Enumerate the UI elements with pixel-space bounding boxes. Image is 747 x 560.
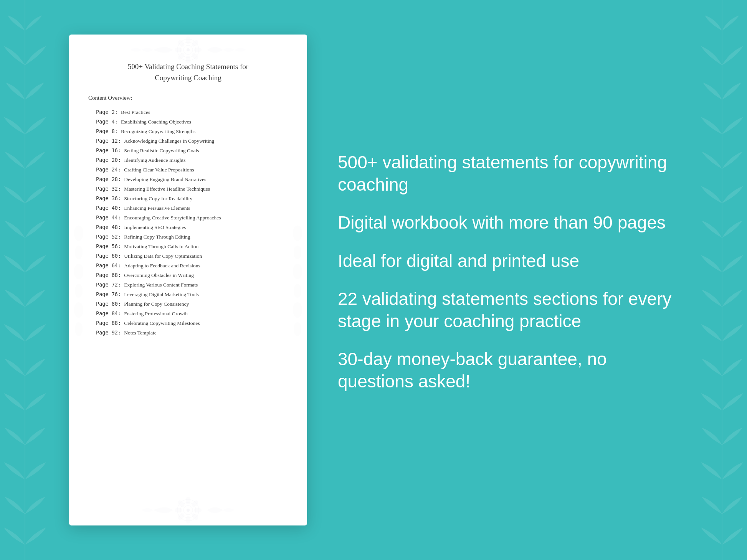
doc-title: 500+ Validating Coaching Statements for …	[88, 61, 288, 83]
svg-point-17	[187, 509, 190, 512]
feature-text-5: 30-day money-back guarantee, no question…	[338, 348, 678, 392]
toc-item: Page 20: Identifying Audience Insights	[88, 155, 288, 165]
toc-item: Page 52: Refining Copy Through Editing	[88, 232, 288, 242]
toc-item: Page 36: Structuring Copy for Readabilit…	[88, 194, 288, 203]
toc-item: Page 4: Establishing Coaching Objectives	[88, 117, 288, 127]
svg-point-13	[191, 52, 200, 61]
svg-point-31	[75, 322, 83, 336]
svg-point-35	[294, 284, 301, 298]
toc-item: Page 40: Enhancing Persuasive Elements	[88, 203, 288, 213]
svg-point-8	[175, 48, 182, 52]
svg-point-27	[75, 245, 83, 259]
feature-block-1: 500+ validating statements for copywriti…	[338, 152, 678, 196]
svg-point-12	[177, 52, 186, 61]
toc-item: Page 92: Notes Template	[88, 328, 288, 338]
feature-block-2: Digital workbook with more than 90 pages	[338, 212, 678, 234]
svg-point-24	[177, 512, 186, 521]
features-panel: 500+ validating statements for copywriti…	[330, 152, 678, 408]
svg-point-20	[175, 508, 182, 512]
svg-point-3	[180, 42, 196, 58]
toc-item: Page 76: Leveraging Digital Marketing To…	[88, 290, 288, 299]
toc-item: Page 72: Exploring Various Content Forma…	[88, 280, 288, 290]
toc-item: Page 8: Recognizing Copywriting Strength…	[88, 127, 288, 136]
feature-text-3: Ideal for digital and printed use	[338, 250, 678, 272]
document-preview-card: 500+ Validating Coaching Statements for …	[69, 35, 307, 525]
toc-item: Page 24: Crafting Clear Value Propositio…	[88, 165, 288, 175]
doc-decor-top	[69, 35, 307, 65]
feature-text-2: Digital workbook with more than 90 pages	[338, 212, 678, 234]
feature-block-3: Ideal for digital and printed use	[338, 250, 678, 272]
toc-item: Page 32: Mastering Effective Headline Te…	[88, 184, 288, 194]
svg-point-30	[74, 302, 83, 318]
svg-point-28	[74, 264, 83, 279]
toc-item: Page 68: Overcoming Obstacles in Writing	[88, 270, 288, 280]
toc-item: Page 56: Motivating Through Calls to Act…	[88, 242, 288, 251]
svg-point-21	[194, 508, 202, 512]
svg-point-33	[294, 245, 301, 259]
svg-point-4	[183, 45, 193, 54]
svg-point-16	[183, 506, 193, 515]
svg-point-15	[180, 502, 196, 518]
svg-point-14	[177, 499, 199, 521]
toc-item: Page 48: Implementing SEO Strategies	[88, 222, 288, 232]
svg-point-32	[293, 226, 302, 241]
toc-item: Page 80: Planning for Copy Consistency	[88, 299, 288, 309]
toc-item: Page 2: Best Practices	[88, 107, 288, 117]
doc-table-of-contents: Page 2: Best PracticesPage 4: Establishi…	[88, 107, 288, 338]
svg-point-36	[293, 302, 302, 318]
toc-item: Page 44: Encouraging Creative Storytelli…	[88, 213, 288, 222]
doc-decor-left	[69, 222, 88, 338]
feature-block-5: 30-day money-back guarantee, no question…	[338, 348, 678, 392]
svg-point-11	[191, 39, 200, 48]
toc-item: Page 84: Fostering Professional Growth	[88, 309, 288, 318]
doc-decor-right	[288, 222, 307, 338]
feature-text-1: 500+ validating statements for copywriti…	[338, 152, 678, 196]
svg-point-5	[187, 48, 190, 51]
svg-point-34	[293, 264, 302, 279]
svg-point-29	[75, 284, 83, 298]
svg-point-22	[177, 499, 186, 508]
svg-point-2	[177, 39, 199, 61]
toc-item: Page 88: Celebrating Copywriting Milesto…	[88, 318, 288, 328]
svg-point-37	[294, 322, 301, 336]
main-layout: 500+ Validating Coaching Statements for …	[0, 0, 747, 560]
toc-item: Page 60: Utilizing Data for Copy Optimiz…	[88, 251, 288, 261]
doc-decor-bottom	[69, 495, 307, 525]
doc-content-overview-label: Content Overview:	[88, 95, 288, 101]
svg-point-25	[191, 512, 200, 521]
toc-item: Page 28: Developing Engaging Brand Narra…	[88, 175, 288, 184]
svg-point-23	[191, 499, 200, 508]
svg-point-10	[177, 39, 186, 48]
feature-block-4: 22 validating statements sections for ev…	[338, 288, 678, 332]
svg-point-26	[74, 226, 83, 241]
toc-item: Page 12: Acknowledging Challenges in Cop…	[88, 136, 288, 146]
svg-point-9	[194, 48, 202, 52]
toc-item: Page 64: Adapting to Feedback and Revisi…	[88, 261, 288, 270]
svg-point-6	[186, 36, 190, 44]
svg-point-18	[186, 497, 190, 504]
feature-text-4: 22 validating statements sections for ev…	[338, 288, 678, 332]
svg-point-19	[186, 516, 190, 524]
toc-item: Page 16: Setting Realistic Copywriting G…	[88, 146, 288, 155]
